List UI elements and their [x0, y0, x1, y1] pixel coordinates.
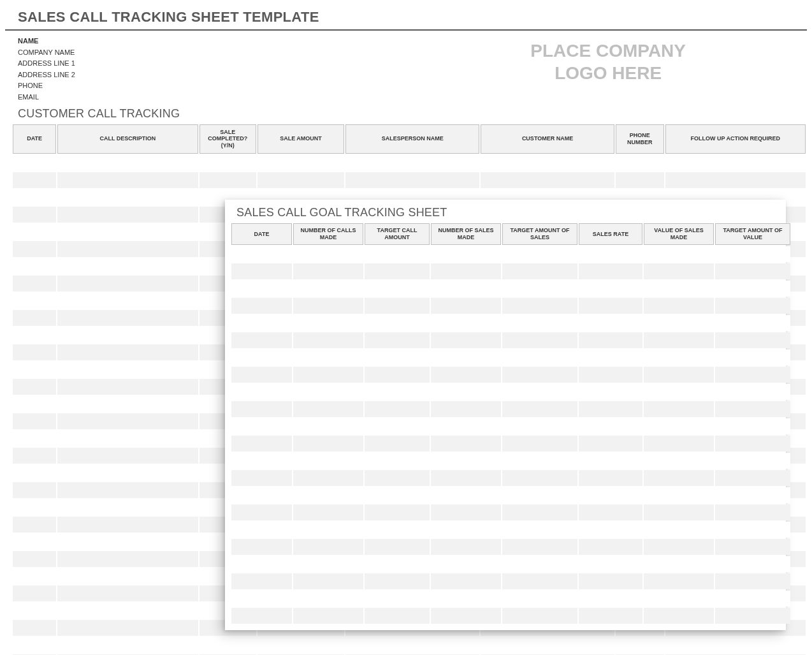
table-cell[interactable]	[715, 556, 790, 572]
table-cell[interactable]	[293, 556, 363, 572]
table-cell[interactable]	[665, 637, 806, 653]
table-cell[interactable]	[665, 172, 806, 188]
table-cell[interactable]	[502, 487, 577, 503]
table-cell[interactable]	[57, 293, 198, 309]
table-cell[interactable]	[644, 298, 714, 314]
table-cell[interactable]	[644, 539, 714, 555]
table-cell[interactable]	[502, 539, 577, 555]
table-cell[interactable]	[502, 608, 577, 624]
table-cell[interactable]	[57, 155, 198, 171]
table-cell[interactable]	[13, 585, 56, 601]
table-cell[interactable]	[13, 637, 56, 653]
table-cell[interactable]	[431, 401, 501, 417]
table-cell[interactable]	[231, 504, 292, 520]
table-cell[interactable]	[365, 350, 430, 365]
table-cell[interactable]	[57, 189, 198, 205]
table-cell[interactable]	[579, 608, 642, 624]
table-cell[interactable]	[502, 470, 577, 486]
table-cell[interactable]	[579, 246, 642, 262]
table-cell[interactable]	[13, 207, 56, 223]
table-cell[interactable]	[502, 281, 577, 297]
table-cell[interactable]	[715, 315, 790, 331]
table-cell[interactable]	[431, 332, 501, 348]
table-cell[interactable]	[715, 281, 790, 297]
table-cell[interactable]	[579, 350, 642, 365]
table-cell[interactable]	[365, 573, 430, 589]
table-cell[interactable]	[431, 367, 501, 383]
table-cell[interactable]	[293, 470, 363, 486]
table-cell[interactable]	[231, 591, 292, 607]
table-cell[interactable]	[13, 448, 56, 464]
table-cell[interactable]	[13, 534, 56, 550]
table-cell[interactable]	[431, 539, 501, 555]
table-cell[interactable]	[616, 637, 664, 653]
table-cell[interactable]	[257, 172, 344, 188]
table-cell[interactable]	[231, 608, 292, 624]
table-cell[interactable]	[231, 246, 292, 262]
table-cell[interactable]	[665, 155, 806, 171]
table-cell[interactable]	[199, 172, 256, 188]
table-cell[interactable]	[257, 637, 344, 653]
table-cell[interactable]	[231, 436, 292, 452]
table-cell[interactable]	[365, 332, 430, 348]
table-cell[interactable]	[431, 263, 501, 279]
table-cell[interactable]	[345, 172, 479, 188]
table-cell[interactable]	[644, 418, 714, 434]
table-cell[interactable]	[57, 327, 198, 343]
table-cell[interactable]	[715, 487, 790, 503]
table-cell[interactable]	[715, 453, 790, 469]
table-cell[interactable]	[57, 172, 198, 188]
table-cell[interactable]	[57, 534, 198, 550]
table-cell[interactable]	[644, 556, 714, 572]
table-cell[interactable]	[13, 293, 56, 309]
table-cell[interactable]	[579, 401, 642, 417]
table-cell[interactable]	[431, 246, 501, 262]
table-cell[interactable]	[579, 539, 642, 555]
table-cell[interactable]	[13, 551, 56, 567]
table-cell[interactable]	[644, 487, 714, 503]
table-cell[interactable]	[13, 379, 56, 395]
table-cell[interactable]	[502, 315, 577, 331]
table-cell[interactable]	[57, 224, 198, 240]
table-cell[interactable]	[365, 384, 430, 400]
table-cell[interactable]	[345, 155, 479, 171]
table-cell[interactable]	[231, 539, 292, 555]
table-cell[interactable]	[579, 573, 642, 589]
table-cell[interactable]	[579, 436, 642, 452]
table-cell[interactable]	[231, 556, 292, 572]
table-cell[interactable]	[365, 418, 430, 434]
table-cell[interactable]	[502, 367, 577, 383]
table-cell[interactable]	[365, 504, 430, 520]
table-cell[interactable]	[231, 470, 292, 486]
table-cell[interactable]	[502, 298, 577, 314]
table-cell[interactable]	[57, 585, 198, 601]
table-cell[interactable]	[13, 241, 56, 257]
table-cell[interactable]	[365, 401, 430, 417]
table-cell[interactable]	[715, 384, 790, 400]
table-cell[interactable]	[644, 246, 714, 262]
table-cell[interactable]	[231, 401, 292, 417]
table-cell[interactable]	[365, 281, 430, 297]
table-cell[interactable]	[431, 298, 501, 314]
table-cell[interactable]	[644, 350, 714, 365]
table-cell[interactable]	[57, 431, 198, 446]
table-cell[interactable]	[365, 298, 430, 314]
table-cell[interactable]	[13, 413, 56, 429]
table-cell[interactable]	[231, 350, 292, 365]
table-cell[interactable]	[502, 246, 577, 262]
table-cell[interactable]	[431, 591, 501, 607]
table-cell[interactable]	[231, 453, 292, 469]
table-cell[interactable]	[481, 172, 614, 188]
table-cell[interactable]	[13, 396, 56, 412]
table-cell[interactable]	[644, 453, 714, 469]
table-cell[interactable]	[57, 568, 198, 584]
table-cell[interactable]	[502, 591, 577, 607]
table-cell[interactable]	[199, 155, 256, 171]
table-cell[interactable]	[644, 504, 714, 520]
table-cell[interactable]	[365, 436, 430, 452]
table-cell[interactable]	[231, 418, 292, 434]
table-cell[interactable]	[293, 246, 363, 262]
table-cell[interactable]	[231, 573, 292, 589]
table-cell[interactable]	[365, 556, 430, 572]
table-cell[interactable]	[13, 327, 56, 343]
